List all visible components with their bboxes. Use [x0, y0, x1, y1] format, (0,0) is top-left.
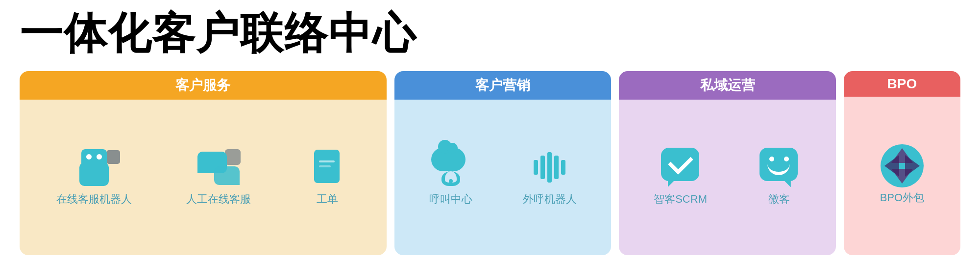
- cloud-phone-icon-wrap: [429, 148, 473, 187]
- item-ticket: 工单: [305, 148, 349, 207]
- wave-icon: [534, 148, 565, 187]
- bpo-icon: [881, 144, 924, 187]
- bpo-icon-wrap: [880, 146, 924, 186]
- human-label: 人工在线客服: [186, 192, 251, 207]
- card-yingxiao-header: 客户营销: [394, 71, 611, 100]
- ticket-icon: [314, 150, 341, 185]
- scrm-icon-wrap: [659, 148, 703, 187]
- card-bpo-header: BPO: [844, 71, 960, 97]
- robot-label: 在线客服机器人: [56, 192, 132, 207]
- outrobot-label: 外呼机器人: [523, 192, 577, 207]
- chat-icon-wrap: [196, 148, 241, 187]
- card-bpo: BPO BPO外包: [844, 71, 960, 255]
- card-kefu-body: 在线客服机器人 人工在线客服: [20, 100, 387, 255]
- cloud-phone-icon: [429, 148, 473, 187]
- item-bpowai: BPO外包: [880, 146, 924, 205]
- bpowai-label: BPO外包: [880, 190, 924, 205]
- chat-icon: [196, 149, 241, 186]
- scrm-icon: [661, 148, 700, 187]
- item-outrobot: 外呼机器人: [523, 148, 577, 207]
- card-kefu: 客户服务 在线客服机器人: [20, 71, 387, 255]
- card-yingxiao: 客户营销 呼叫中心: [394, 71, 611, 255]
- cards-row: 客户服务 在线客服机器人: [20, 71, 960, 255]
- wave-icon-wrap: [528, 148, 572, 187]
- card-siyun-body: 智客SCRM 微客: [619, 100, 835, 255]
- page-title: 一体化客户联络中心: [20, 10, 960, 57]
- robot-icon-wrap: [72, 148, 116, 187]
- wike-label: 微客: [768, 192, 790, 207]
- item-scrm: 智客SCRM: [654, 148, 707, 207]
- robot-icon: [72, 149, 116, 186]
- card-siyun: 私域运营 智客SCRM: [619, 71, 835, 255]
- card-yingxiao-body: 呼叫中心 外呼机器人: [394, 100, 611, 255]
- page-wrapper: 一体化客户联络中心 客户服务: [0, 0, 980, 265]
- ticket-icon-wrap: [305, 148, 349, 187]
- card-siyun-header: 私域运营: [619, 71, 835, 100]
- callcenter-label: 呼叫中心: [429, 192, 472, 207]
- item-wike: 微客: [757, 148, 801, 207]
- card-kefu-header: 客户服务: [20, 71, 387, 100]
- card-bpo-body: BPO外包: [844, 97, 960, 255]
- wike-icon-wrap: [757, 148, 801, 187]
- item-robot: 在线客服机器人: [56, 148, 132, 207]
- wike-icon: [760, 148, 799, 187]
- ticket-label: 工单: [317, 192, 338, 207]
- item-callcenter: 呼叫中心: [429, 148, 473, 207]
- item-human: 人工在线客服: [186, 148, 251, 207]
- scrm-label: 智客SCRM: [654, 192, 707, 207]
